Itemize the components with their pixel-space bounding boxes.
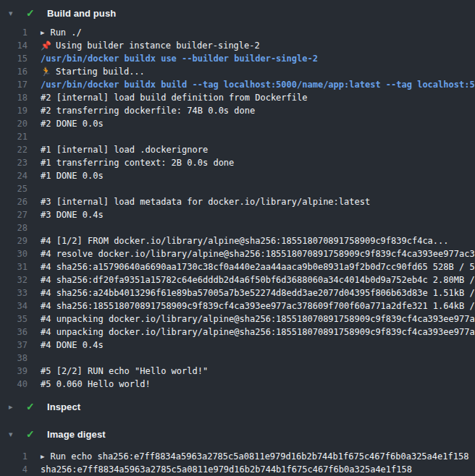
log-line: 21: [0, 130, 475, 143]
log-line: 17 /usr/bin/docker buildx build --tag lo…: [0, 78, 475, 91]
log-line: 20 #2 DONE 0.0s: [0, 117, 475, 130]
chevron-down-icon[interactable]: ▾: [9, 430, 19, 438]
line-number[interactable]: 1: [0, 450, 28, 463]
line-number[interactable]: 21: [0, 130, 28, 143]
log-line: 16 🏃Starting build...: [0, 65, 475, 78]
line-number[interactable]: 27: [0, 208, 28, 221]
line-text: #5 0.060 Hello world!: [28, 378, 475, 391]
log-section: ▾ ✓ Build and push 1 ▶Run ./ 14 📌Using b…: [0, 0, 475, 391]
line-text: sha256:e7ff8834a5963a2785c5a0811e979d16b…: [28, 463, 475, 476]
line-number[interactable]: 35: [0, 313, 28, 326]
line-text: #4 [1/2] FROM docker.io/library/alpine@s…: [28, 234, 475, 247]
line-text: #4 unpacking docker.io/library/alpine@sh…: [28, 313, 475, 326]
runner-icon: 🏃: [41, 65, 51, 78]
line-text: #1 transferring context: 2B 0.0s done: [28, 156, 475, 169]
line-number[interactable]: 33: [0, 286, 28, 299]
section-title: Image digest: [47, 429, 106, 440]
line-text: #2 DONE 0.0s: [28, 117, 475, 130]
log-line: 1 ▶Run ./: [0, 26, 475, 39]
section-header-image-digest[interactable]: ▾ ✓ Image digest: [0, 422, 475, 446]
check-icon: ✓: [26, 429, 37, 439]
line-text: #4 DONE 0.4s: [28, 339, 475, 352]
line-text: #4 sha256:185518070891758909c9f839cf4ca3…: [28, 299, 475, 313]
line-text: #3 [internal] load metadata for docker.i…: [28, 195, 475, 208]
line-number[interactable]: 25: [0, 182, 28, 195]
pushpin-icon: 📌: [41, 39, 51, 52]
line-number[interactable]: 24: [0, 169, 28, 182]
line-text: [28, 130, 475, 143]
section-lines: 1 ▶Run ./ 14 📌Using builder instance bui…: [0, 26, 475, 391]
line-number[interactable]: 26: [0, 195, 28, 208]
line-number[interactable]: 1: [0, 26, 28, 39]
line-number[interactable]: 19: [0, 104, 28, 117]
line-number[interactable]: 28: [0, 221, 28, 234]
log-line: 4 sha256:e7ff8834a5963a2785c5a0811e979d1…: [0, 463, 475, 476]
line-number[interactable]: 22: [0, 143, 28, 156]
line-text: #1 [internal] load .dockerignore: [28, 143, 475, 156]
line-number[interactable]: 16: [0, 65, 28, 78]
log-section: ▾ ✓ Image digest 1 ▶Run echo sha256:e7ff…: [0, 422, 475, 476]
line-text: 📌Using builder instance builder-single-2: [28, 39, 475, 52]
section-lines: 1 ▶Run echo sha256:e7ff8834a5963a2785c5a…: [0, 446, 475, 476]
log-line: 26 #3 [internal] load metadata for docke…: [0, 195, 475, 208]
line-number[interactable]: 39: [0, 365, 28, 378]
line-text: 🏃Starting build...: [28, 65, 475, 78]
line-number[interactable]: 29: [0, 234, 28, 247]
log-line: 29 #4 [1/2] FROM docker.io/library/alpin…: [0, 234, 475, 247]
run-arrow-icon[interactable]: ▶: [41, 450, 44, 463]
log-line: 32 #4 sha256:df20fa9351a15782c64e6dddb2d…: [0, 273, 475, 286]
line-number[interactable]: 31: [0, 260, 28, 273]
log-line: 22 #1 [internal] load .dockerignore: [0, 143, 475, 156]
check-icon: ✓: [26, 401, 37, 412]
line-number[interactable]: 4: [0, 463, 28, 476]
line-text: #4 resolve docker.io/library/alpine@sha2…: [28, 247, 475, 260]
log-line: 19 #2 transferring dockerfile: 74B 0.0s …: [0, 104, 475, 117]
log-line: 40 #5 0.060 Hello world!: [0, 378, 475, 391]
log-line: 31 #4 sha256:a15790640a6690aa1730c38cf0a…: [0, 260, 475, 273]
chevron-right-icon[interactable]: ▸: [9, 403, 19, 411]
workflow-log: ▾ ✓ Build and push 1 ▶Run ./ 14 📌Using b…: [0, 0, 475, 476]
line-number[interactable]: 40: [0, 378, 28, 391]
line-number[interactable]: 20: [0, 117, 28, 130]
line-text: [28, 182, 475, 195]
line-number[interactable]: 15: [0, 52, 28, 65]
log-line: 24 #1 DONE 0.0s: [0, 169, 475, 182]
line-text: #4 unpacking docker.io/library/alpine@sh…: [28, 326, 475, 339]
log-line: 18 #2 [internal] load build definition f…: [0, 91, 475, 104]
line-text: #2 [internal] load build definition from…: [28, 91, 475, 104]
line-text: [28, 352, 475, 365]
line-text: [28, 221, 475, 234]
line-text: #2 transferring dockerfile: 74B 0.0s don…: [28, 104, 475, 117]
section-header-inspect[interactable]: ▸ ✓ Inspect: [0, 395, 475, 418]
line-number[interactable]: 30: [0, 247, 28, 260]
line-number[interactable]: 32: [0, 273, 28, 286]
line-text: ▶Run echo sha256:e7ff8834a5963a2785c5a08…: [28, 450, 475, 463]
line-number[interactable]: 17: [0, 78, 28, 91]
log-line: 14 📌Using builder instance builder-singl…: [0, 39, 475, 52]
line-text: #1 DONE 0.0s: [28, 169, 475, 182]
log-line: 15 /usr/bin/docker buildx use --builder …: [0, 52, 475, 65]
log-line: 36 #4 unpacking docker.io/library/alpine…: [0, 326, 475, 339]
section-title: Build and push: [47, 8, 116, 19]
line-number[interactable]: 38: [0, 352, 28, 365]
line-number[interactable]: 14: [0, 39, 28, 52]
log-line: 39 #5 [2/2] RUN echo "Hello world!": [0, 365, 475, 378]
chevron-down-icon[interactable]: ▾: [9, 9, 19, 17]
log-line: 25: [0, 182, 475, 195]
line-text: #4 sha256:a15790640a6690aa1730c38cf0a440…: [28, 260, 475, 273]
run-arrow-icon[interactable]: ▶: [41, 26, 44, 39]
log-line: 28: [0, 221, 475, 234]
line-text: #5 [2/2] RUN echo "Hello world!": [28, 365, 475, 378]
line-text: #4 sha256:a24bb4013296f61e89ba57005a7b3e…: [28, 286, 475, 299]
log-line: 38: [0, 352, 475, 365]
section-header-build-and-push[interactable]: ▾ ✓ Build and push: [0, 0, 475, 26]
line-number[interactable]: 34: [0, 299, 28, 313]
section-title: Inspect: [47, 401, 80, 412]
line-text: /usr/bin/docker buildx use --builder bui…: [28, 52, 475, 65]
line-number[interactable]: 18: [0, 91, 28, 104]
check-icon: ✓: [26, 8, 37, 18]
line-number[interactable]: 36: [0, 326, 28, 339]
line-number[interactable]: 37: [0, 339, 28, 352]
line-number[interactable]: 23: [0, 156, 28, 169]
line-text: ▶Run ./: [28, 26, 475, 39]
